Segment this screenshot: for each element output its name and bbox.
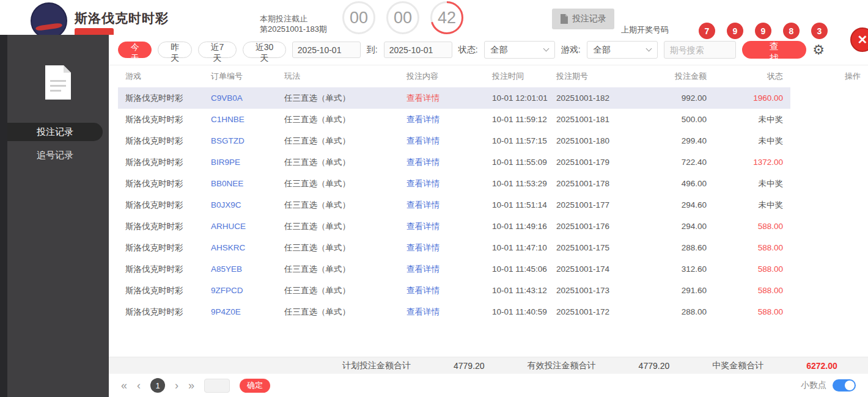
period-search-input[interactable] bbox=[664, 41, 736, 59]
order-number-link[interactable]: A85YEB bbox=[204, 258, 277, 280]
order-number-link[interactable]: BB0NEE bbox=[204, 173, 277, 194]
filter-yesterday-button[interactable]: 昨天 bbox=[158, 42, 191, 58]
order-number-link[interactable]: C9VB0A bbox=[204, 87, 277, 109]
last-page-button[interactable]: » bbox=[188, 380, 194, 391]
view-details-link[interactable]: 查看详情 bbox=[399, 87, 485, 109]
last-draw-numbers: 7 9 9 8 3 bbox=[699, 23, 828, 39]
order-number-link[interactable]: 9ZFPCD bbox=[204, 280, 277, 301]
col-amount: 投注金额 bbox=[641, 65, 714, 87]
view-details-link[interactable]: 查看详情 bbox=[399, 109, 485, 130]
page-jump-confirm-button[interactable]: 确定 bbox=[240, 379, 270, 393]
cell-action bbox=[790, 280, 868, 301]
next-page-button[interactable]: › bbox=[175, 380, 178, 391]
table-row: 斯洛伐克时时彩 BB0NEE 任三直选（单式） 查看详情 10-01 11:53… bbox=[118, 173, 868, 194]
prev-page-button[interactable]: ‹ bbox=[137, 380, 141, 391]
cell-play: 任三直选（单式） bbox=[277, 258, 399, 280]
cell-time: 10-01 11:51:14 bbox=[485, 194, 549, 216]
order-number-link[interactable]: C1HNBE bbox=[204, 109, 277, 130]
order-number-link[interactable]: ARHUCE bbox=[204, 216, 277, 237]
order-number-link[interactable]: BSGTZD bbox=[204, 130, 277, 151]
order-number-link[interactable]: BIR9PE bbox=[204, 151, 277, 173]
cell-time: 10-01 11:55:09 bbox=[485, 151, 549, 173]
plan-total-value: 4779.20 bbox=[454, 361, 485, 371]
game-select[interactable]: 全部 bbox=[587, 41, 658, 59]
cell-play: 任三直选（单式） bbox=[277, 237, 399, 258]
cell-period: 20251001-182 bbox=[549, 87, 641, 109]
records-tbody: 斯洛伐克时时彩 C9VB0A 任三直选（单式） 查看详情 10-01 12:01… bbox=[118, 87, 868, 322]
bet-records-modal: 今天 昨天 近7天 近30天 到: 状态: 全部 游戏: 全部 查找 ⚙ bbox=[109, 35, 868, 397]
table-row: 斯洛伐克时时彩 C1HNBE 任三直选（单式） 查看详情 10-01 11:59… bbox=[118, 109, 868, 130]
gear-icon[interactable]: ⚙ bbox=[812, 43, 825, 57]
decimal-toggle[interactable] bbox=[833, 379, 856, 392]
order-number-link[interactable]: AHSKRC bbox=[204, 237, 277, 258]
cell-play: 任三直选（单式） bbox=[277, 109, 399, 130]
status-select[interactable]: 全部 bbox=[484, 41, 555, 59]
status-label: 状态: bbox=[458, 45, 478, 56]
deadline-block: 本期投注截止 第20251001-183期 bbox=[260, 13, 327, 34]
cell-action bbox=[790, 258, 868, 280]
view-details-link[interactable]: 查看详情 bbox=[399, 173, 485, 194]
view-details-link[interactable]: 查看详情 bbox=[399, 151, 485, 173]
cell-action bbox=[790, 109, 868, 130]
page-jump-input[interactable] bbox=[204, 379, 230, 393]
view-details-link[interactable]: 查看详情 bbox=[399, 237, 485, 258]
first-page-button[interactable]: « bbox=[121, 380, 127, 391]
date-to-input[interactable] bbox=[384, 42, 452, 58]
cell-status: 588.00 bbox=[714, 301, 790, 322]
game-select-value: 全部 bbox=[594, 45, 611, 56]
cell-game: 斯洛伐克时时彩 bbox=[118, 237, 204, 258]
order-number-link[interactable]: 9P4Z0E bbox=[204, 301, 277, 322]
sidebar-item-chase-records[interactable]: 追号记录 bbox=[7, 146, 103, 164]
table-row: 斯洛伐克时时彩 C9VB0A 任三直选（单式） 查看详情 10-01 12:01… bbox=[118, 87, 868, 109]
table-row: 斯洛伐克时时彩 A85YEB 任三直选（单式） 查看详情 10-01 11:45… bbox=[118, 258, 868, 280]
col-status: 状态 bbox=[714, 65, 790, 87]
cell-amount: 299.40 bbox=[641, 130, 714, 151]
cell-time: 10-01 11:59:12 bbox=[485, 109, 549, 130]
game-label: 游戏: bbox=[561, 45, 581, 56]
decimal-toggle-group: 小数点 bbox=[801, 379, 856, 392]
bet-record-button[interactable]: 投注记录 bbox=[552, 9, 614, 29]
records-table-wrap: 游戏 订单编号 玩法 投注内容 投注时间 投注期号 投注金额 状态 操作 斯洛伐… bbox=[109, 65, 868, 357]
date-to-label: 到: bbox=[367, 45, 378, 56]
file-icon bbox=[43, 64, 73, 101]
current-page-button[interactable]: 1 bbox=[150, 378, 165, 393]
cell-status: 1960.00 bbox=[714, 87, 790, 109]
decimal-label: 小数点 bbox=[801, 380, 826, 391]
col-content: 投注内容 bbox=[399, 65, 485, 87]
cell-status: 588.00 bbox=[714, 237, 790, 258]
filter-today-button[interactable]: 今天 bbox=[118, 42, 152, 58]
order-number-link[interactable]: B0JX9C bbox=[204, 194, 277, 216]
filter-7days-button[interactable]: 近7天 bbox=[198, 42, 237, 58]
cell-time: 10-01 11:40:59 bbox=[485, 301, 549, 322]
cell-action bbox=[790, 194, 868, 216]
cell-action bbox=[790, 301, 868, 322]
view-details-link[interactable]: 查看详情 bbox=[399, 194, 485, 216]
logo-ribbon bbox=[35, 23, 63, 31]
sidebar-item-bet-records[interactable]: 投注记录 bbox=[7, 123, 103, 141]
cell-amount: 500.00 bbox=[641, 109, 714, 130]
cell-game: 斯洛伐克时时彩 bbox=[118, 301, 204, 322]
view-details-link[interactable]: 查看详情 bbox=[399, 130, 485, 151]
filter-bar: 今天 昨天 近7天 近30天 到: 状态: 全部 游戏: 全部 查找 ⚙ bbox=[109, 35, 868, 65]
view-details-link[interactable]: 查看详情 bbox=[399, 216, 485, 237]
cell-action bbox=[790, 151, 868, 173]
cell-period: 20251001-179 bbox=[549, 151, 641, 173]
cell-game: 斯洛伐克时时彩 bbox=[118, 151, 204, 173]
view-details-link[interactable]: 查看详情 bbox=[399, 301, 485, 322]
cell-amount: 722.40 bbox=[641, 151, 714, 173]
countdown-timer: 00 00 42 bbox=[342, 1, 463, 34]
cell-amount: 496.00 bbox=[641, 173, 714, 194]
search-button[interactable]: 查找 bbox=[742, 41, 806, 59]
table-header-row: 游戏 订单编号 玩法 投注内容 投注时间 投注期号 投注金额 状态 操作 bbox=[118, 65, 868, 87]
plan-total-label: 计划投注金额合计 bbox=[342, 360, 411, 371]
win-total-label: 中奖金额合计 bbox=[712, 360, 763, 371]
valid-total-value: 4779.20 bbox=[639, 361, 670, 371]
view-details-link[interactable]: 查看详情 bbox=[399, 280, 485, 301]
cell-game: 斯洛伐克时时彩 bbox=[118, 258, 204, 280]
cell-status: 1372.00 bbox=[714, 151, 790, 173]
modal-sidebar: 投注记录 追号记录 bbox=[7, 35, 109, 397]
date-from-input[interactable] bbox=[292, 42, 361, 58]
cell-action bbox=[790, 173, 868, 194]
view-details-link[interactable]: 查看详情 bbox=[399, 258, 485, 280]
filter-30days-button[interactable]: 近30天 bbox=[243, 42, 286, 58]
